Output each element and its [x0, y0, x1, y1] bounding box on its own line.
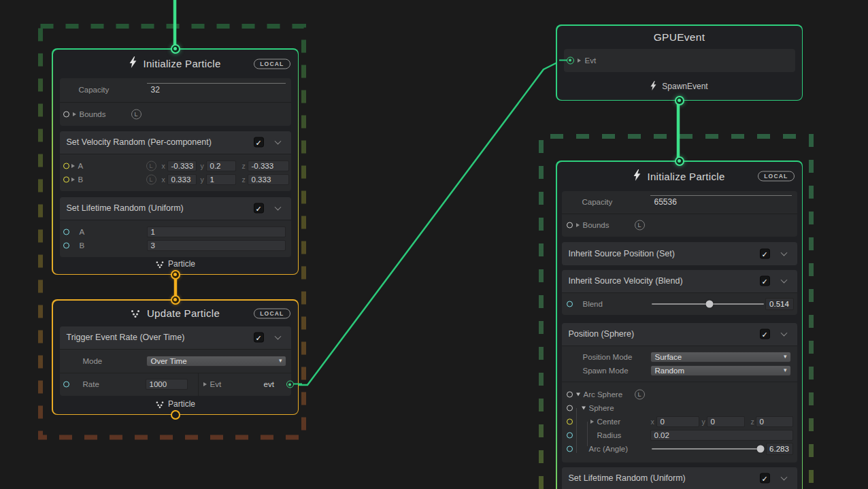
sphere-port[interactable]	[567, 405, 573, 411]
float-port[interactable]	[63, 242, 69, 248]
vfx-graph-canvas[interactable]: Initialize Particle LOCAL Capacity 32 Bo…	[0, 0, 868, 489]
float-port[interactable]	[567, 301, 573, 307]
collapse-triangle-icon[interactable]	[582, 406, 586, 409]
flow-output-port[interactable]	[171, 410, 180, 420]
expand-triangle-icon[interactable]	[203, 382, 207, 386]
rate-field[interactable]: 1000	[146, 379, 188, 390]
flow-input-port[interactable]	[171, 295, 180, 305]
vector-port[interactable]	[567, 418, 573, 424]
block-set-velocity-random[interactable]: Set Velocity Random (Per-component) ✓ A …	[60, 131, 291, 191]
mode-dropdown[interactable]: Over Time ▾	[146, 356, 286, 367]
spawn-mode-label: Spawn Mode	[583, 367, 629, 375]
enabled-checkbox[interactable]: ✓	[254, 333, 264, 343]
float-port[interactable]	[567, 432, 573, 438]
bounds-port[interactable]	[63, 111, 69, 117]
expand-triangle-icon[interactable]	[73, 112, 76, 116]
blend-slider-handle[interactable]	[705, 300, 713, 307]
enabled-checkbox[interactable]: ✓	[760, 329, 770, 339]
local-space-badge[interactable]: LOCAL	[254, 308, 290, 318]
value-field[interactable]: 3	[147, 240, 286, 251]
expand-triangle-icon[interactable]	[71, 178, 75, 182]
enabled-checkbox[interactable]: ✓	[760, 473, 770, 484]
float-port[interactable]	[63, 382, 69, 388]
spawn-event-label: SpawnEvent	[557, 81, 802, 92]
particle-icon	[156, 260, 164, 267]
space-toggle[interactable]: L	[635, 389, 645, 399]
row-label: B	[80, 241, 85, 250]
collapse-chevron-icon[interactable]	[274, 333, 281, 340]
space-toggle[interactable]: L	[635, 220, 645, 231]
evt-input-port[interactable]	[567, 56, 574, 64]
flow-input-port[interactable]	[171, 44, 180, 54]
space-toggle[interactable]: L	[146, 161, 156, 171]
space-toggle[interactable]: L	[131, 109, 141, 119]
edge-evt-to-gpuevent[interactable]	[288, 63, 566, 385]
block-title: Trigger Event Rate (Over Time)	[67, 333, 185, 342]
position-mode-dropdown[interactable]: Surface ▾	[650, 352, 791, 362]
collapse-chevron-icon[interactable]	[274, 138, 281, 145]
bounds-label: Bounds	[80, 110, 106, 118]
flow-output-port[interactable]	[675, 96, 684, 105]
z-field[interactable]: 0.333	[248, 174, 289, 185]
block-trigger-event-rate[interactable]: Trigger Event Rate (Over Time) ✓ Mode Ov…	[60, 326, 291, 396]
enabled-checkbox[interactable]: ✓	[760, 248, 770, 258]
collapse-chevron-icon[interactable]	[780, 330, 787, 337]
context-node-initialize-right[interactable]: Initialize Particle LOCAL Capacity 65536…	[556, 161, 803, 489]
float-port[interactable]	[63, 229, 69, 235]
expand-triangle-icon[interactable]	[71, 164, 75, 168]
expand-triangle-icon[interactable]	[590, 420, 594, 424]
context-node-initialize-left[interactable]: Initialize Particle LOCAL Capacity 32 Bo…	[52, 48, 299, 275]
vector-port[interactable]	[63, 176, 69, 182]
evt-output-port[interactable]	[286, 381, 294, 388]
local-space-badge[interactable]: LOCAL	[758, 171, 794, 182]
block-inherit-source-velocity[interactable]: Inherit Source Velocity (Blend) ✓ Blend …	[562, 270, 797, 315]
arc-sphere-port[interactable]	[567, 391, 573, 397]
z-field[interactable]: -0.333	[248, 161, 289, 171]
context-node-gpuevent[interactable]: GPUEvent Evt SpawnEvent	[556, 24, 803, 101]
y-field[interactable]: 0	[707, 416, 745, 427]
enabled-checkbox[interactable]: ✓	[254, 203, 264, 214]
collapse-chevron-icon[interactable]	[780, 277, 787, 284]
y-field[interactable]: 1	[206, 174, 236, 185]
blend-value-box[interactable]: 0.514	[765, 298, 794, 310]
arc-slider-track[interactable]	[652, 448, 761, 450]
x-field[interactable]: 0	[656, 416, 699, 427]
enabled-checkbox[interactable]: ✓	[760, 276, 770, 286]
block-inherit-source-position[interactable]: Inherit Source Position (Set) ✓	[562, 242, 797, 265]
collapse-chevron-icon[interactable]	[780, 474, 787, 481]
capacity-field[interactable]: 65536	[650, 195, 792, 207]
collapse-chevron-icon[interactable]	[780, 249, 787, 256]
capacity-field[interactable]: 32	[147, 83, 286, 95]
arc-slider-handle[interactable]	[756, 445, 764, 453]
collapse-chevron-icon[interactable]	[274, 204, 281, 211]
collapse-triangle-icon[interactable]	[576, 392, 580, 396]
arc-value-box[interactable]: 6.283	[766, 443, 793, 455]
z-field[interactable]: 0	[756, 416, 793, 427]
value-field[interactable]: 1	[147, 226, 286, 237]
vector-port[interactable]	[63, 163, 69, 169]
flow-output-port[interactable]	[171, 270, 180, 280]
enabled-checkbox[interactable]: ✓	[254, 137, 264, 148]
expand-triangle-icon[interactable]	[578, 58, 581, 63]
flow-output-label: Particle	[53, 259, 298, 269]
expand-triangle-icon[interactable]	[576, 223, 580, 227]
position-mode-label: Position Mode	[583, 353, 633, 361]
flow-input-port[interactable]	[675, 156, 684, 166]
float-port[interactable]	[567, 446, 573, 452]
context-node-update[interactable]: Update Particle LOCAL Trigger Event Rate…	[52, 299, 299, 415]
block-position-sphere[interactable]: Position (Sphere) ✓ Position Mode Surfac…	[562, 323, 797, 462]
local-space-badge[interactable]: LOCAL	[254, 58, 290, 69]
y-field[interactable]: 0.2	[206, 161, 236, 171]
x-field[interactable]: 0.333	[167, 174, 197, 185]
axis-x-label: x	[651, 418, 654, 426]
lightning-bolt-icon	[129, 56, 137, 71]
bounds-port[interactable]	[567, 222, 573, 229]
spawn-mode-dropdown[interactable]: Random ▾	[650, 365, 791, 376]
space-toggle[interactable]: L	[146, 174, 156, 184]
blend-label: Blend	[583, 300, 603, 308]
block-set-lifetime-random[interactable]: Set Lifetime Random (Uniform) ✓ A 1 B 3	[60, 197, 291, 257]
x-field[interactable]: -0.333	[167, 161, 197, 171]
block-set-lifetime-random[interactable]: Set Lifetime Random (Uniform) ✓	[562, 467, 797, 489]
radius-field[interactable]: 0.02	[650, 430, 793, 441]
block-title: Position (Sphere)	[569, 329, 635, 339]
